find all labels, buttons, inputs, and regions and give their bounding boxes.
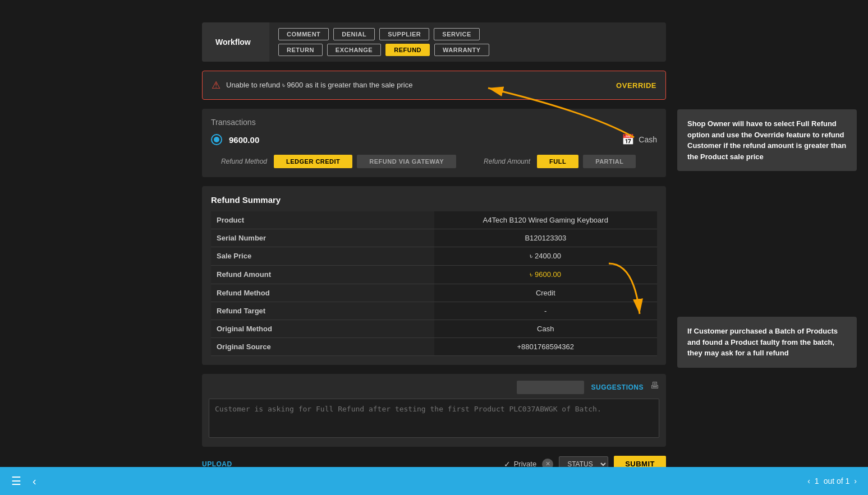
transaction-row: 9600.00 📅 Cash (211, 133, 657, 146)
workflow-buttons: COMMENT DENIAL SUPPLIER SERVICE RETURN E… (269, 22, 498, 62)
next-page-icon[interactable]: › (854, 477, 857, 485)
refund-target-label: Refund Target (211, 302, 434, 320)
print-icon[interactable]: 🖶 (650, 381, 659, 394)
bottom-bar: ☰ ‹ ‹ 1 out of 1 › (0, 467, 868, 495)
refund-amount-row: Refund Amount FULL PARTIAL (474, 155, 636, 168)
sale-price-value: ৳ 2400.00 (434, 247, 658, 266)
transactions-panel: Transactions 9600.00 📅 Cash Refund Metho… (202, 109, 666, 177)
comment-textarea[interactable] (209, 399, 659, 438)
refund-options: Refund Method LEDGER CREDIT REFUND VIA G… (211, 155, 657, 168)
transactions-title: Transactions (211, 118, 657, 127)
alert-box: ⚠ Unable to refund ৳ 9600 as it is great… (202, 71, 666, 100)
workflow-btn-return[interactable]: RETURN (278, 44, 323, 56)
summary-grid: Product A4Tech B120 Wired Gaming Keyboar… (211, 211, 657, 356)
alert-text: Unable to refund ৳ 9600 as it is greater… (226, 81, 610, 90)
workflow-btn-denial[interactable]: DENIAL (333, 28, 375, 40)
workflow-btn-supplier[interactable]: SUPPLIER (379, 28, 429, 40)
workflow-label-block: Workflow (202, 22, 269, 62)
comment-input-placeholder (517, 381, 584, 394)
cash-icon: 📅 (622, 133, 634, 146)
radio-inner (214, 137, 219, 142)
refund-method-label: Refund Method (211, 158, 267, 165)
radio-circle[interactable] (211, 134, 222, 145)
refund-amount-buttons: FULL PARTIAL (537, 155, 636, 168)
refund-method-buttons: LEDGER CREDIT REFUND VIA GATEWAY (274, 155, 456, 168)
serial-number-label: Serial Number (211, 229, 434, 247)
cash-group: 📅 Cash (622, 133, 657, 146)
sale-price-label: Sale Price (211, 247, 434, 266)
serial-number-value: B120123303 (434, 229, 658, 247)
back-icon[interactable]: ‹ (33, 475, 36, 488)
hamburger-icon[interactable]: ☰ (11, 474, 21, 488)
refund-amount-label: Refund Amount (211, 266, 434, 284)
workflow-row-1: COMMENT DENIAL SUPPLIER SERVICE (278, 28, 489, 40)
partial-refund-button[interactable]: PARTIAL (583, 155, 636, 168)
override-button[interactable]: OVERRIDE (616, 81, 656, 90)
original-method-value: Cash (434, 320, 658, 338)
workflow-btn-refund[interactable]: REFUND (385, 44, 430, 56)
comment-section: SUGGESTIONS 🖶 (202, 374, 666, 447)
refund-target-value: - (434, 302, 658, 320)
product-label: Product (211, 211, 434, 229)
bottom-bar-right: ‹ 1 out of 1 › (807, 477, 857, 485)
page-total: out of 1 (824, 477, 850, 485)
suggestions-button[interactable]: SUGGESTIONS (591, 381, 644, 394)
comment-toolbar: SUGGESTIONS 🖶 (209, 381, 659, 394)
original-source-value: +8801768594362 (434, 338, 658, 356)
bottom-bar-left: ☰ ‹ (11, 474, 36, 488)
refund-method-sum-label: Refund Method (211, 284, 434, 302)
refund-amount-value: ৳ 9600.00 (434, 266, 658, 284)
page-number: 1 (815, 477, 819, 485)
tooltip-shop-owner: Shop Owner will have to select Full Refu… (677, 109, 857, 171)
refund-amount-label: Refund Amount (474, 158, 530, 165)
workflow-label: Workflow (215, 38, 251, 47)
refund-summary-panel: Refund Summary Product A4Tech B120 Wired… (202, 186, 666, 365)
workflow-panel: Workflow COMMENT DENIAL SUPPLIER SERVICE… (202, 22, 666, 62)
workflow-btn-comment[interactable]: COMMENT (278, 28, 329, 40)
product-value: A4Tech B120 Wired Gaming Keyboard (434, 211, 658, 229)
tooltip-batch-products: If Customer purchased a Batch of Product… (677, 317, 857, 368)
alert-icon: ⚠ (212, 79, 221, 91)
workflow-btn-warranty[interactable]: WARRANTY (434, 44, 489, 56)
original-source-label: Original Source (211, 338, 434, 356)
workflow-btn-exchange[interactable]: EXCHANGE (327, 44, 381, 56)
refund-summary-title: Refund Summary (211, 195, 657, 205)
refund-via-gateway-button[interactable]: REFUND VIA GATEWAY (357, 155, 456, 168)
refund-method-sum-value: Credit (434, 284, 658, 302)
cash-label: Cash (639, 135, 657, 144)
original-method-label: Original Method (211, 320, 434, 338)
workflow-btn-service[interactable]: SERVICE (434, 28, 480, 40)
ledger-credit-button[interactable]: LEDGER CREDIT (274, 155, 352, 168)
refund-method-row: Refund Method LEDGER CREDIT REFUND VIA G… (211, 155, 456, 168)
transaction-amount: 9600.00 (229, 135, 259, 145)
workflow-row-2: RETURN EXCHANGE REFUND WARRANTY (278, 44, 489, 56)
prev-page-icon[interactable]: ‹ (807, 477, 810, 485)
full-refund-button[interactable]: FULL (537, 155, 578, 168)
